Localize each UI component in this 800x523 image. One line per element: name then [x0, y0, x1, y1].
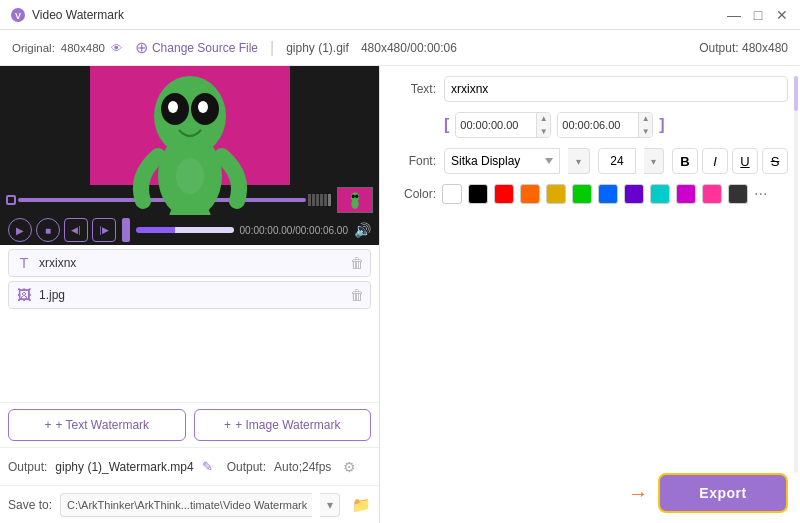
- app-icon: V: [10, 7, 26, 23]
- add-image-icon: +: [224, 418, 231, 432]
- close-button[interactable]: ✕: [774, 7, 790, 23]
- original-label: Original:: [12, 42, 55, 54]
- svg-point-11: [352, 194, 355, 198]
- time-bracket-right[interactable]: ]: [659, 116, 664, 134]
- text-field-row: Text:: [392, 76, 788, 102]
- edit-filename-icon[interactable]: ✎: [202, 459, 213, 474]
- save-path-dropdown[interactable]: ▾: [320, 493, 340, 517]
- underline-button[interactable]: U: [732, 148, 758, 174]
- time-display: 00:00:00.00/00:00:06.00: [240, 225, 348, 236]
- info-bar: Original: 480x480 👁 ⊕ Change Source File…: [0, 30, 800, 66]
- color-orange[interactable]: [520, 184, 540, 204]
- font-dropdown-arrow[interactable]: ▾: [568, 148, 590, 174]
- end-time-wrap: ▲ ▼: [557, 112, 653, 138]
- add-image-watermark-button[interactable]: + + Image Watermark: [194, 409, 372, 441]
- font-select[interactable]: Sitka Display Arial Times New Roman Verd…: [444, 148, 560, 174]
- output-label: Output: 480x480: [699, 41, 788, 55]
- minimize-button[interactable]: —: [726, 7, 742, 23]
- visibility-icon[interactable]: 👁: [111, 42, 123, 54]
- more-colors-button[interactable]: ···: [754, 186, 767, 202]
- frame-prev-button[interactable]: ◀|: [64, 218, 88, 242]
- layers-list: T xrxixnx 🗑 🖼 1.jpg 🗑: [0, 245, 379, 402]
- end-time-spin: ▲ ▼: [638, 112, 652, 138]
- strikethrough-button[interactable]: S: [762, 148, 788, 174]
- image-layer-delete[interactable]: 🗑: [350, 287, 364, 303]
- source-dims-duration: 480x480/00:00:06: [361, 41, 457, 55]
- color-green[interactable]: [572, 184, 592, 204]
- text-label: Text:: [392, 82, 436, 96]
- color-black[interactable]: [468, 184, 488, 204]
- open-folder-icon[interactable]: 📁: [352, 496, 371, 514]
- color-magenta[interactable]: [676, 184, 696, 204]
- svg-point-8: [176, 158, 204, 194]
- format-settings-icon[interactable]: ⚙: [343, 459, 356, 475]
- stop-button[interactable]: ■: [36, 218, 60, 242]
- start-time-spin: ▲ ▼: [536, 112, 550, 138]
- end-time-up[interactable]: ▲: [639, 112, 652, 125]
- add-text-icon: +: [44, 418, 51, 432]
- window-controls: — □ ✕: [726, 7, 790, 23]
- output-format-label: Output:: [227, 460, 266, 474]
- start-time-input[interactable]: [456, 113, 536, 137]
- change-source-button[interactable]: ⊕ Change Source File: [135, 38, 258, 57]
- original-dims: 480x480: [61, 42, 105, 54]
- color-red[interactable]: [494, 184, 514, 204]
- frame-next-button[interactable]: |▶: [92, 218, 116, 242]
- text-layer-name: xrxixnx: [39, 256, 344, 270]
- timeline-row: ▶ ■ ◀| |▶ 00:00:00.00/00:00:06.00 🔊: [0, 215, 379, 245]
- left-panel: ▶ ■ ◀| |▶ 00:00:00.00/00:00:06.00 🔊 T xr…: [0, 66, 380, 523]
- video-preview[interactable]: [0, 66, 379, 215]
- time-range-row: [ ▲ ▼ ▲ ▼ ]: [392, 112, 788, 138]
- output-filename: giphy (1)_Watermark.mp4: [55, 460, 193, 474]
- text-layer-delete[interactable]: 🗑: [350, 255, 364, 271]
- color-yellow[interactable]: [546, 184, 566, 204]
- color-pink[interactable]: [702, 184, 722, 204]
- arrow-icon: →: [628, 482, 648, 505]
- end-time-input[interactable]: [558, 113, 638, 137]
- start-time-wrap: ▲ ▼: [455, 112, 551, 138]
- output-bar: Output: giphy (1)_Watermark.mp4 ✎ Output…: [0, 447, 379, 485]
- output-format-value: Auto;24fps: [274, 460, 331, 474]
- image-layer-name: 1.jpg: [39, 288, 344, 302]
- play-button[interactable]: ▶: [8, 218, 32, 242]
- layer-item-image[interactable]: 🖼 1.jpg 🗑: [8, 281, 371, 309]
- image-layer-icon: 🖼: [15, 287, 33, 303]
- right-panel-scrollbar[interactable]: [794, 76, 798, 473]
- playback-buttons: ▶ ■ ◀| |▶: [8, 218, 116, 242]
- thumb-alien: [344, 189, 366, 211]
- text-style-buttons: B I U S: [672, 148, 788, 174]
- font-size-input[interactable]: [598, 148, 636, 174]
- original-info: Original: 480x480 👁: [12, 42, 123, 54]
- timeline-handle[interactable]: [122, 218, 130, 242]
- main-area: ▶ ■ ◀| |▶ 00:00:00.00/00:00:06.00 🔊 T xr…: [0, 66, 800, 523]
- volume-icon[interactable]: 🔊: [354, 222, 371, 238]
- title-bar: V Video Watermark — □ ✕: [0, 0, 800, 30]
- svg-point-7: [198, 101, 208, 113]
- color-cyan[interactable]: [650, 184, 670, 204]
- export-button[interactable]: Export: [658, 473, 788, 513]
- output-file-label: Output:: [8, 460, 47, 474]
- start-time-up[interactable]: ▲: [537, 112, 550, 125]
- color-purple[interactable]: [624, 184, 644, 204]
- divider: |: [270, 39, 274, 57]
- font-field-row: Font: Sitka Display Arial Times New Roma…: [392, 148, 788, 174]
- save-to-label: Save to:: [8, 498, 52, 512]
- svg-text:V: V: [15, 11, 21, 21]
- text-input[interactable]: [444, 76, 788, 102]
- svg-point-5: [168, 101, 178, 113]
- start-time-down[interactable]: ▼: [537, 125, 550, 138]
- scrollbar-thumb[interactable]: [794, 76, 798, 111]
- end-time-down[interactable]: ▼: [639, 125, 652, 138]
- maximize-button[interactable]: □: [750, 7, 766, 23]
- font-size-arrow[interactable]: ▾: [644, 148, 664, 174]
- color-blue[interactable]: [598, 184, 618, 204]
- time-bracket-left[interactable]: [: [444, 116, 449, 134]
- progress-track[interactable]: [136, 227, 234, 233]
- bold-button[interactable]: B: [672, 148, 698, 174]
- color-white[interactable]: [442, 184, 462, 204]
- italic-button[interactable]: I: [702, 148, 728, 174]
- add-text-watermark-button[interactable]: + + Text Watermark: [8, 409, 186, 441]
- color-dark[interactable]: [728, 184, 748, 204]
- save-path-input[interactable]: C:\ArkThinker\ArkThink...timate\Video Wa…: [60, 493, 312, 517]
- layer-item-text[interactable]: T xrxixnx 🗑: [8, 249, 371, 277]
